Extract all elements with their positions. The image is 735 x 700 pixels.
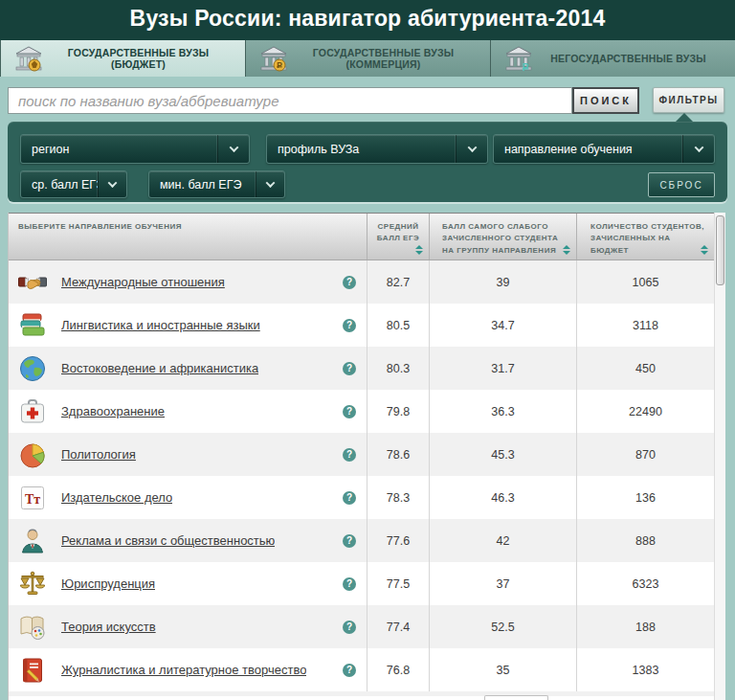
- help-icon[interactable]: [343, 362, 356, 375]
- dropdown-label: регион: [32, 143, 217, 156]
- partial-popup: [484, 695, 548, 700]
- chevron-down-icon: [256, 171, 284, 197]
- table-row: Тт Издательское дело 78.3 46.3 136: [9, 476, 725, 519]
- sort-control[interactable]: [415, 245, 423, 255]
- handshake-icon: [18, 268, 47, 297]
- avg-score-value: 76.8: [368, 648, 430, 691]
- svg-text:P: P: [277, 60, 282, 70]
- panel-notch: [676, 113, 693, 122]
- books-icon: [18, 311, 47, 340]
- min-score-value: 34.7: [430, 304, 577, 347]
- bank-budget-icon: [14, 46, 43, 72]
- table-row: Международные отношения 82.7 39 1065: [9, 260, 725, 304]
- dropdown-label: направление обучения: [504, 143, 682, 156]
- column-header-direction: ВЫБЕРИТЕ НАПРАВЛЕНИЕ ОБУЧЕНИЯ: [9, 214, 368, 260]
- help-icon[interactable]: [343, 276, 356, 289]
- tab[interactable]: P НЕГОСУДАРСТВЕННЫЕ ВУЗЫ: [490, 40, 735, 77]
- person-icon: [18, 527, 47, 555]
- search-row: ПОИСК ФИЛЬТРЫ: [8, 87, 725, 114]
- direction-link[interactable]: Юриспруденция: [61, 576, 155, 591]
- search-button[interactable]: ПОИСК: [572, 87, 639, 114]
- direction-link[interactable]: Издательское дело: [61, 490, 172, 505]
- direction-link[interactable]: Лингвистика и иностранные языки: [61, 318, 260, 332]
- journal-icon: [18, 656, 47, 685]
- filter-panel: регион профиль ВУЗа направление обучения…: [8, 122, 727, 202]
- tab-label: НЕГОСУДАРСТВЕННЫЕ ВУЗЫ: [533, 53, 735, 64]
- reset-button[interactable]: СБРОС: [648, 172, 715, 197]
- filters-button[interactable]: ФИЛЬТРЫ: [653, 87, 724, 113]
- tab-bar: ГОСУДАРСТВЕННЫЕ ВУЗЫ (БЮДЖЕТ) P ГОСУДАРС…: [0, 36, 735, 77]
- help-icon[interactable]: [343, 319, 356, 332]
- search-input[interactable]: [8, 87, 572, 114]
- tab-label: ГОСУДАРСТВЕННЫЕ ВУЗЫ (КОММЕРЦИЯ): [288, 47, 490, 70]
- avg-score-value: 78.3: [368, 476, 430, 519]
- students-count-value: 6323: [577, 562, 715, 605]
- column-header-min-score[interactable]: БАЛЛ САМОГО СЛАБОГО ЗАЧИСЛЕННОГО СТУДЕНТ…: [430, 214, 577, 260]
- profile-dropdown[interactable]: профиль ВУЗа: [266, 134, 488, 164]
- min-score-value: 39: [430, 260, 577, 304]
- help-icon[interactable]: [343, 577, 356, 591]
- help-icon[interactable]: [343, 621, 356, 634]
- help-icon[interactable]: [343, 664, 356, 677]
- sort-control[interactable]: [701, 245, 708, 255]
- direction-link[interactable]: Политология: [61, 447, 136, 462]
- dropdown-label: профиль ВУЗа: [278, 143, 456, 156]
- title-bar: Вузы России: навигатор абитуриента-2014: [0, 0, 735, 36]
- avg-score-value: 79.8: [368, 390, 430, 433]
- avg-score-value: 80.5: [368, 304, 430, 347]
- scrollbar-thumb[interactable]: [716, 215, 724, 285]
- avg-score-value: 77.4: [368, 605, 430, 648]
- column-header-students-count[interactable]: КОЛИЧЕСТВО СТУДЕНТОВ, ЗАЧИСЛЕННЫХ НА БЮД…: [577, 214, 715, 260]
- table-body: Международные отношения 82.7 39 1065 Лин…: [9, 260, 725, 691]
- help-icon[interactable]: [343, 405, 356, 418]
- help-icon[interactable]: [343, 534, 356, 548]
- direction-link[interactable]: Здравоохранение: [61, 404, 165, 418]
- min-score-value: 52.5: [430, 605, 577, 648]
- chevron-down-icon: [98, 171, 126, 197]
- page-title: Вузы России: навигатор абитуриента-2014: [130, 6, 606, 32]
- bank-commerce-icon: P: [259, 46, 288, 72]
- help-icon[interactable]: [343, 448, 356, 462]
- students-count-value: 1065: [577, 260, 715, 304]
- direction-dropdown[interactable]: направление обучения: [493, 134, 715, 164]
- students-count-value: 1383: [577, 648, 715, 691]
- avg-score-dropdown[interactable]: ср. балл ЕГЭ: [20, 170, 127, 198]
- students-count-value: 22490: [577, 390, 715, 433]
- avg-score-value: 77.6: [368, 519, 430, 562]
- tab[interactable]: ГОСУДАРСТВЕННЫЕ ВУЗЫ (БЮДЖЕТ): [0, 40, 245, 77]
- direction-link[interactable]: Востоковедение и африканистика: [61, 361, 258, 375]
- min-score-value: 42: [430, 519, 577, 562]
- direction-link[interactable]: Журналистика и литературное творчество: [61, 663, 306, 677]
- direction-link[interactable]: Теория искусств: [61, 620, 156, 634]
- direction-link[interactable]: Реклама и связи с общественностью: [61, 533, 275, 548]
- table-row: Теория искусств 77.4 52.5 188: [9, 605, 725, 648]
- students-count-value: 188: [577, 605, 715, 648]
- bank-private-icon: P: [504, 46, 533, 72]
- avg-score-value: 82.7: [368, 260, 430, 304]
- min-score-value: 31.7: [430, 347, 577, 390]
- dropdown-label: ср. балл ЕГЭ: [32, 178, 98, 192]
- students-count-value: 450: [577, 347, 715, 390]
- art-book-icon: [18, 613, 47, 642]
- letters-icon: Тт: [18, 484, 47, 512]
- piechart-icon: [18, 440, 47, 469]
- table-row: Реклама и связи с общественностью 77.6 4…: [9, 519, 725, 562]
- avg-score-value: 77.5: [368, 562, 430, 605]
- min-score-value: 45.3: [430, 433, 577, 476]
- medkit-icon: [18, 397, 47, 426]
- chevron-down-icon: [682, 135, 714, 163]
- direction-link[interactable]: Международные отношения: [61, 275, 225, 289]
- help-icon[interactable]: [343, 491, 356, 505]
- min-score-dropdown[interactable]: мин. балл ЕГЭ: [148, 170, 285, 198]
- table-row: Журналистика и литературное творчество 7…: [9, 648, 725, 691]
- tab[interactable]: P ГОСУДАРСТВЕННЫЕ ВУЗЫ (КОММЕРЦИЯ): [245, 40, 490, 77]
- min-score-value: 37: [430, 562, 577, 605]
- column-header-avg-score[interactable]: СРЕДНИЙ БАЛЛ ЕГЭ: [368, 214, 430, 260]
- table-row: Юриспруденция 77.5 37 6323: [9, 562, 725, 605]
- vertical-scrollbar[interactable]: [714, 213, 725, 700]
- region-dropdown[interactable]: регион: [20, 134, 250, 164]
- students-count-value: 888: [577, 519, 715, 562]
- table-row: Здравоохранение 79.8 36.3 22490: [9, 390, 725, 433]
- sort-control[interactable]: [563, 245, 570, 255]
- tab-label: ГОСУДАРСТВЕННЫЕ ВУЗЫ (БЮДЖЕТ): [43, 47, 245, 70]
